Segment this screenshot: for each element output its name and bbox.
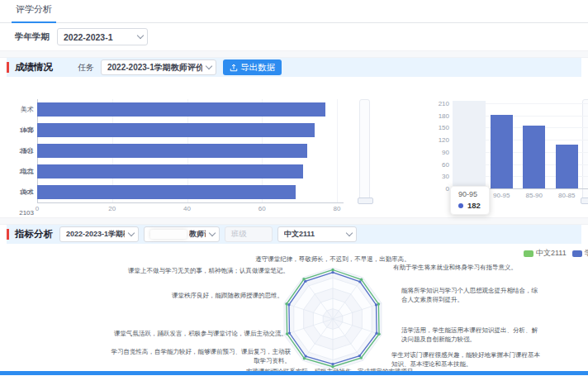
x-axis-line: [37, 202, 344, 203]
bar[interactable]: [556, 145, 578, 188]
term-select[interactable]: 2022-2023-1: [57, 28, 148, 45]
chevron-down-icon: [128, 230, 135, 236]
class-select-value: 中文2111: [284, 229, 343, 240]
survey-select[interactable]: 教师评学调: [144, 226, 220, 242]
chart-tooltip: 90-95 182: [450, 186, 490, 215]
x-axis-tick-label: 80: [325, 205, 349, 212]
bar[interactable]: [37, 164, 303, 178]
radar-data-point[interactable]: [375, 332, 377, 335]
indicator-section-header: 指标分析 2022-2023-1学期教师评价 教师评学调 班级 中文2111: [7, 225, 581, 244]
radar-indicator-label: 学生对该门课程很感兴趣，能较好地掌握本门课程基本知识、基本理论和基本技能。: [391, 351, 540, 369]
radar-data-point[interactable]: [288, 331, 291, 334]
task-select[interactable]: 2022-2023-1学期教师评价: [101, 59, 216, 75]
export-button-label: 导出数据: [240, 62, 275, 74]
bar[interactable]: [37, 123, 315, 137]
section-accent: [7, 229, 9, 240]
y-axis-tick-label: 150: [423, 124, 449, 131]
radar-data-point[interactable]: [360, 356, 363, 359]
radar-data-point[interactable]: [331, 363, 334, 365]
divider: [0, 50, 588, 58]
y-axis-tick-label: 0: [423, 185, 449, 193]
indicator-section-title: 指标分析: [15, 228, 53, 240]
x-axis-tick-label: 40: [175, 205, 200, 212]
y-axis-tick-label: 60: [423, 161, 449, 169]
score-section-title: 成绩情况: [15, 61, 53, 74]
y-axis-tick-label: 90: [423, 149, 449, 156]
x-axis-tick-label: 60: [249, 205, 274, 212]
redacted-text-block: [150, 230, 187, 239]
survey-select-value: 教师评学调: [189, 229, 206, 240]
radar-indicator-label: 活学活用，学生能运用本课程知识提出、分析、解决问题及自创新能力较强。: [401, 326, 543, 345]
tooltip-value: 182: [467, 201, 481, 210]
term-filter-bar: 学年学期 2022-2023-1: [0, 23, 588, 50]
task-label: 任务: [78, 62, 94, 74]
radar-indicator-label: 课堂秩序良好，能跟随教师授课的思维。: [93, 292, 283, 301]
radar-indicator-label: 学习自觉性高，自学能力较好，能够课前预习、课后复习，主动获取学习资料。: [109, 348, 291, 366]
indicator-radar-chart: 中文2111 学 遵守课堂纪律，尊敬师长，不迟到，不早退，出勤率高。有助于学生将…: [7, 244, 581, 376]
radar-data-point[interactable]: [331, 269, 334, 271]
x-axis-tick-label: 85-90: [516, 192, 552, 199]
hover-highlight-band: [453, 101, 486, 188]
score-charts: 90-95 182 020406080美术1906体育2101播音2121电竞1…: [7, 77, 581, 217]
indicator-task-select[interactable]: 2022-2023-1学期教师评价: [59, 226, 139, 242]
x-axis-tick-label: 80-85: [548, 192, 585, 199]
class-select[interactable]: 中文2111: [277, 226, 357, 242]
bar[interactable]: [523, 126, 545, 188]
section-accent: [7, 62, 9, 73]
radar-indicator-label: 能将所学知识与学习个人思想观念提升相结合，综合人文素质得到提升。: [401, 287, 542, 305]
radar-indicator-label: 课堂上不做与学习无关的事，精神饱满；认真做课堂笔记。: [95, 267, 289, 276]
term-select-value: 2022-2023-1: [64, 32, 134, 42]
bar[interactable]: [37, 102, 325, 117]
radar-data-point[interactable]: [303, 357, 306, 359]
chevron-down-icon: [346, 230, 353, 236]
grid-line: [337, 99, 338, 202]
radar-data-point[interactable]: [375, 303, 377, 306]
radar-data-point[interactable]: [285, 302, 287, 305]
class-input-disabled: 班级: [225, 226, 273, 242]
legend-label: 学: [585, 248, 588, 259]
chevron-down-icon: [137, 32, 144, 39]
radar-data-point[interactable]: [302, 278, 305, 280]
page: 评学分析 学年学期 2022-2023-1 成绩情况 任务 2022-2023-…: [0, 0, 588, 376]
y-axis-tick-label: 210: [423, 100, 449, 107]
class-input-placeholder: 班级: [231, 229, 247, 240]
score-section-header: 成绩情况 任务 2022-2023-1学期教师评价 导出数据: [7, 58, 581, 77]
datazoom-handle[interactable]: [358, 198, 373, 204]
score-card: 成绩情况 任务 2022-2023-1学期教师评价 导出数据: [7, 58, 581, 217]
bar[interactable]: [37, 144, 307, 158]
bar[interactable]: [37, 185, 296, 199]
radar-indicator-label: 遵守课堂纪律，尊敬师长，不迟到，不早退，出勤率高。: [255, 255, 410, 264]
radar-data-point[interactable]: [287, 303, 290, 306]
datazoom-slider[interactable]: [359, 99, 370, 202]
radar-data-point[interactable]: [331, 271, 334, 274]
radar-indicator-label: 课堂气氛活跃，踊跃发言，积极参与课堂讨论，课后主动交流。: [93, 330, 287, 339]
indicator-card: 指标分析 2022-2023-1学期教师评价 教师评学调 班级 中文2111: [7, 225, 581, 376]
indicator-task-value: 2022-2023-1学期教师评价: [66, 229, 125, 240]
y-axis-tick-label: 30: [423, 173, 449, 180]
export-data-button[interactable]: 导出数据: [223, 59, 282, 75]
tab-evaluation-analysis[interactable]: 评学分析: [12, 3, 56, 23]
divider: [0, 217, 588, 225]
radar-indicator-label: 有助于学生将来就业和终身学习有指导意义。: [393, 264, 562, 273]
export-icon: [230, 64, 238, 72]
tab-bar: 评学分析: [0, 0, 588, 23]
chevron-down-icon: [206, 63, 212, 69]
tooltip-series-dot: [458, 203, 463, 208]
task-select-value: 2022-2023-1学期教师评价: [107, 62, 202, 74]
radar-data-point[interactable]: [377, 333, 380, 336]
bottom-accent-bar: [0, 371, 588, 375]
bar[interactable]: [491, 115, 513, 188]
y-axis-tick-label: 120: [423, 136, 449, 144]
x-axis-tick-label: 20: [100, 205, 125, 212]
term-label: 学年学期: [15, 31, 50, 43]
radar-data-point[interactable]: [360, 278, 363, 281]
category-label: 美术2103: [7, 182, 34, 223]
radar-data-point[interactable]: [377, 302, 380, 305]
tooltip-category: 90-95: [458, 190, 481, 198]
y-axis-tick-label: 180: [423, 112, 449, 120]
chevron-down-icon: [209, 230, 216, 236]
